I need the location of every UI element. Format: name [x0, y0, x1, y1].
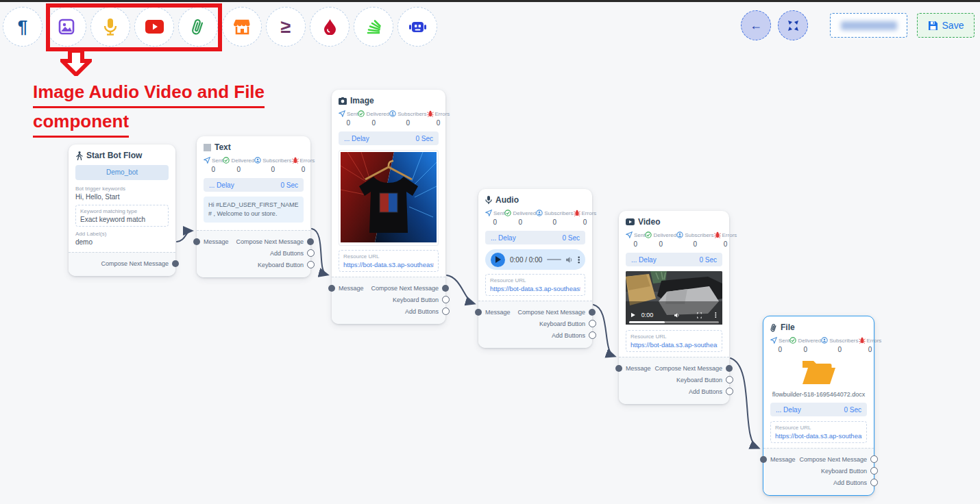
- node-file[interactable]: File Sent0 Delivered0 Subscribers0 Error…: [763, 316, 874, 496]
- delay-bar[interactable]: ... Delay 0 Sec: [339, 131, 439, 145]
- stat-label: Sent: [634, 232, 645, 238]
- stat-value: 0: [223, 166, 254, 173]
- arrow-left-icon: ←: [750, 18, 762, 33]
- port-compose-out[interactable]: [307, 238, 314, 245]
- node-start-bot-flow[interactable]: Start Bot Flow Demo_bot Bot trigger keyw…: [69, 144, 175, 276]
- drip-component-button[interactable]: [310, 7, 350, 47]
- condition-component-button[interactable]: ≥: [266, 7, 306, 47]
- video-time: 0:00: [641, 312, 654, 318]
- kebab-menu-icon[interactable]: [578, 255, 580, 264]
- resource-url-link[interactable]: https://bot-data.s3.ap-southeast-1.wasab…: [343, 261, 434, 268]
- delay-label: ... Delay: [209, 181, 234, 189]
- video-controls[interactable]: 0:00: [626, 311, 722, 319]
- port-keyboard-button[interactable]: [726, 376, 733, 383]
- port-keyboard-button[interactable]: [870, 467, 878, 475]
- node-text[interactable]: Text Sent0 Delivered0 Subscribers0 Error…: [197, 136, 310, 277]
- stat-label: Sent: [779, 338, 789, 344]
- delay-label: ... Delay: [631, 256, 657, 264]
- bot-component-button[interactable]: [397, 7, 437, 47]
- delay-value: 0 Sec: [415, 135, 433, 142]
- port-compose-out[interactable]: [589, 309, 596, 316]
- stat-label: Subscribers: [685, 232, 713, 238]
- video-progress[interactable]: [629, 321, 719, 323]
- node-image[interactable]: Image Sent0 Delivered0 Subscribers0 Erro…: [332, 90, 445, 324]
- ecommerce-component-button[interactable]: [222, 7, 262, 47]
- sequence-component-button[interactable]: [354, 7, 393, 47]
- sent-icon: [204, 157, 210, 164]
- image-preview[interactable]: [339, 150, 439, 246]
- keyword-matching-box[interactable]: Keyword matching type Exact keyword matc…: [75, 205, 169, 227]
- play-icon[interactable]: [631, 312, 635, 318]
- image-node-icon: [339, 97, 347, 105]
- text-icon: [204, 144, 211, 151]
- labels-value[interactable]: demo: [75, 238, 169, 246]
- delay-bar[interactable]: ... Delay 0 Sec: [626, 253, 722, 266]
- port-message-in[interactable]: [193, 238, 200, 245]
- node-audio[interactable]: Audio Sent0 Delivered0 Subscribers0 Erro…: [478, 189, 592, 348]
- stat-label: Errors: [300, 158, 315, 164]
- file-component-button[interactable]: [178, 7, 218, 47]
- node-video[interactable]: Video Sent0 Delivered0 Subscribers0 Erro…: [619, 211, 729, 404]
- delivered-icon: [358, 110, 365, 117]
- bot-name-field[interactable]: Demo_bot: [75, 165, 169, 180]
- stat-label: Sent: [212, 158, 223, 164]
- port-message-in[interactable]: [328, 285, 335, 292]
- port-compose-out[interactable]: [870, 455, 878, 463]
- message-text[interactable]: Hi #LEAD_USER_FIRST_NAME# , Welcome to o…: [204, 197, 304, 223]
- stat-label: Sent: [493, 210, 504, 216]
- play-button[interactable]: [491, 253, 505, 267]
- trigger-keywords-value[interactable]: Hi, Hello, Start: [75, 193, 169, 201]
- redacted-button[interactable]: [830, 13, 907, 38]
- stat-value: 0: [821, 346, 858, 353]
- save-icon: [928, 21, 938, 31]
- stat-label: Errors: [435, 111, 450, 117]
- stat-value: 0: [389, 119, 426, 127]
- port-compose-out[interactable]: [442, 285, 449, 292]
- stat-value: 0: [770, 346, 789, 353]
- port-message-in[interactable]: [760, 456, 767, 463]
- port-keyboard-button[interactable]: [442, 296, 450, 303]
- volume-icon[interactable]: [566, 256, 573, 264]
- resource-url-link[interactable]: https://bot-data.s3.ap-southeast-1.wasab…: [490, 285, 580, 292]
- port-compose-out[interactable]: [726, 365, 733, 372]
- audio-player[interactable]: 0:00 / 0:00: [485, 249, 585, 270]
- sent-icon: [770, 337, 777, 344]
- port-compose-out[interactable]: [172, 260, 179, 267]
- stat-value: 0: [358, 119, 389, 127]
- port-message-in[interactable]: [615, 365, 622, 372]
- audio-progress[interactable]: [547, 259, 561, 260]
- save-button[interactable]: Save: [917, 13, 975, 38]
- video-player[interactable]: 0:00: [626, 271, 722, 326]
- resource-url-link[interactable]: https://bot-data.s3.ap-southeast-1.wasab…: [775, 432, 862, 440]
- kebab-menu-icon[interactable]: [715, 311, 717, 319]
- fullscreen-icon[interactable]: [697, 312, 702, 319]
- sent-icon: [626, 231, 633, 238]
- store-icon: [234, 18, 251, 35]
- port-add-buttons[interactable]: [589, 331, 596, 339]
- port-add-buttons[interactable]: [307, 249, 315, 257]
- port-message-in[interactable]: [475, 309, 482, 316]
- stat-value: 0: [714, 240, 737, 248]
- delay-bar[interactable]: ... Delay 0 Sec: [770, 403, 867, 416]
- port-keyboard-button[interactable]: [307, 261, 315, 268]
- audio-component-button[interactable]: [90, 7, 130, 47]
- fit-view-button[interactable]: [778, 10, 808, 40]
- robot-icon: [408, 18, 427, 35]
- text-component-button[interactable]: ¶: [3, 7, 42, 47]
- port-add-buttons[interactable]: [726, 388, 733, 395]
- node-title-label: Video: [638, 217, 660, 227]
- stat-value: 0: [626, 240, 645, 248]
- resource-url-box: Resource URL https://bot-data.s3.ap-sout…: [485, 274, 585, 296]
- delay-bar[interactable]: ... Delay 0 Sec: [204, 178, 304, 192]
- resource-url-link[interactable]: https://bot-data.s3.ap-southeast-1.wasab…: [630, 341, 718, 349]
- delay-bar[interactable]: ... Delay 0 Sec: [485, 231, 585, 244]
- back-button[interactable]: ←: [741, 10, 771, 40]
- image-component-button[interactable]: [47, 7, 86, 47]
- port-add-buttons[interactable]: [870, 479, 878, 486]
- volume-icon[interactable]: [674, 312, 680, 319]
- port-keyboard-button[interactable]: [589, 320, 596, 327]
- stat-value: 0: [504, 218, 536, 226]
- video-component-button[interactable]: [134, 7, 174, 47]
- port-label: Add Buttons: [689, 388, 722, 395]
- port-add-buttons[interactable]: [442, 307, 450, 315]
